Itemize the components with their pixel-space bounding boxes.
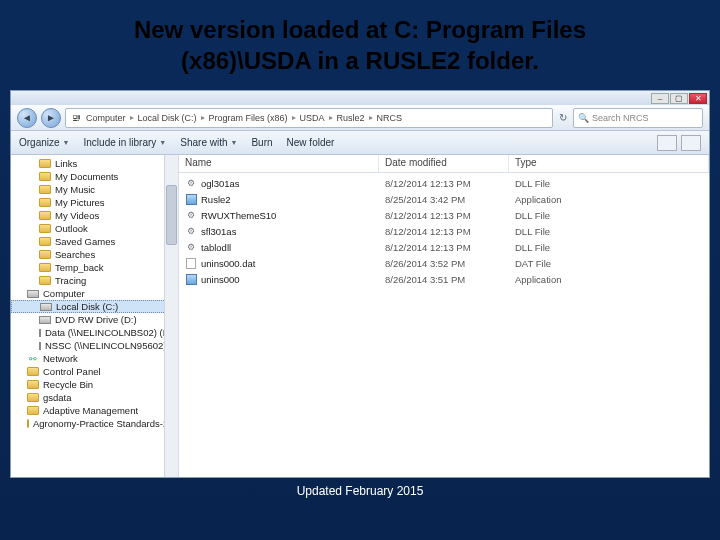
app-icon [185,274,197,285]
tree-item[interactable]: Agronomy-Practice Standards-2014-2015 [11,417,178,430]
tree-item-label: My Pictures [55,197,105,208]
tree-item[interactable]: Outlook [11,222,178,235]
drv-icon [39,342,41,350]
breadcrumb[interactable]: USDA [300,113,333,123]
close-button[interactable]: ✕ [689,93,707,104]
forward-button[interactable]: ► [41,108,61,128]
file-name: ogl301as [201,178,240,189]
tree-item[interactable]: Searches [11,248,178,261]
tree-item[interactable]: gsdata [11,391,178,404]
window-titlebar: – ▢ ✕ [11,91,709,105]
tree-item[interactable]: DVD RW Drive (D:) [11,313,178,326]
tree-item[interactable]: Saved Games [11,235,178,248]
fold-icon [27,406,39,415]
file-row[interactable]: ⚙ogl301as8/12/2014 12:13 PMDLL File [179,175,709,191]
refresh-button[interactable]: ↻ [557,112,569,123]
file-name: Rusle2 [201,194,231,205]
file-list-pane: Name Date modified Type ⚙ogl301as8/12/20… [179,155,709,477]
help-button[interactable] [681,135,701,151]
breadcrumb-box[interactable]: 🖳 Computer Local Disk (C:) Program Files… [65,108,553,128]
tree-item-label: Saved Games [55,236,115,247]
gear-icon: ⚙ [185,226,197,237]
tree-item-label: DVD RW Drive (D:) [55,314,137,325]
column-type[interactable]: Type [509,155,709,172]
column-name[interactable]: Name [179,155,379,172]
tree-item-label: Recycle Bin [43,379,93,390]
tree-item[interactable]: My Pictures [11,196,178,209]
burn-button[interactable]: Burn [251,137,272,148]
fold-icon [27,367,39,376]
tree-item[interactable]: NSSC (\\NELINCOLN95602) (S:) [11,339,178,352]
file-row[interactable]: unins000.dat8/26/2014 3:52 PMDAT File [179,255,709,271]
tree-scrollbar[interactable] [164,155,178,477]
search-input[interactable]: 🔍 Search NRCS [573,108,703,128]
file-row[interactable]: unins0008/26/2014 3:51 PMApplication [179,271,709,287]
tree-item-label: Agronomy-Practice Standards-2014-2015 [33,418,179,429]
tree-item-label: Links [55,158,77,169]
file-date: 8/12/2014 12:13 PM [379,178,509,189]
breadcrumb[interactable]: Local Disk (C:) [138,113,205,123]
back-button[interactable]: ◄ [17,108,37,128]
file-type: Application [509,274,709,285]
tree-item[interactable]: Tracing [11,274,178,287]
toolbar: Organize▼ Include in library▼ Share with… [11,131,709,155]
file-name: unins000.dat [201,258,255,269]
scrollbar-thumb[interactable] [166,185,177,245]
tree-item[interactable]: My Videos [11,209,178,222]
column-headers: Name Date modified Type [179,155,709,173]
tree-item-label: gsdata [43,392,72,403]
drv-icon [27,290,39,298]
tree-item[interactable]: Recycle Bin [11,378,178,391]
breadcrumb[interactable]: Computer [86,113,134,123]
fold-icon [39,224,51,233]
tree-item[interactable]: ⚯Network [11,352,178,365]
tree-item-label: My Music [55,184,95,195]
breadcrumb[interactable]: Program Files (x86) [209,113,296,123]
tree-item[interactable]: Adaptive Management [11,404,178,417]
file-row[interactable]: ⚙RWUXThemeS108/12/2014 12:13 PMDLL File [179,207,709,223]
organize-menu[interactable]: Organize▼ [19,137,70,148]
file-date: 8/12/2014 12:13 PM [379,226,509,237]
column-date[interactable]: Date modified [379,155,509,172]
fold-icon [39,250,51,259]
file-date: 8/12/2014 12:13 PM [379,242,509,253]
tree-item[interactable]: Data (\\NELINCOLNBS02) (F:) [11,326,178,339]
file-date: 8/25/2014 3:42 PM [379,194,509,205]
minimize-button[interactable]: – [651,93,669,104]
tree-item-label: Computer [43,288,85,299]
view-button[interactable] [657,135,677,151]
explorer-body: LinksMy DocumentsMy MusicMy PicturesMy V… [11,155,709,477]
fold-icon [27,393,39,402]
share-menu[interactable]: Share with▼ [180,137,237,148]
file-row[interactable]: Rusle28/25/2014 3:42 PMApplication [179,191,709,207]
app-icon [185,194,197,205]
tree-item[interactable]: My Documents [11,170,178,183]
fold-icon [27,419,29,428]
tree-item[interactable]: Links [11,157,178,170]
tree-item-label: NSSC (\\NELINCOLN95602) (S:) [45,340,179,351]
file-date: 8/12/2014 12:13 PM [379,210,509,221]
file-name: sfl301as [201,226,236,237]
address-bar: ◄ ► 🖳 Computer Local Disk (C:) Program F… [11,105,709,131]
file-type: DLL File [509,226,709,237]
breadcrumb[interactable]: NRCS [377,113,407,123]
tree-item[interactable]: Control Panel [11,365,178,378]
file-type: DLL File [509,210,709,221]
include-menu[interactable]: Include in library▼ [84,137,167,148]
tree-item[interactable]: My Music [11,183,178,196]
fold-icon [39,159,51,168]
explorer-window: – ▢ ✕ ◄ ► 🖳 Computer Local Disk (C:) Pro… [10,90,710,478]
tree-item[interactable]: Computer [11,287,178,300]
net-icon: ⚯ [27,353,39,364]
file-type: Application [509,194,709,205]
fold-icon [39,172,51,181]
computer-icon: 🖳 [70,112,82,123]
tree-item[interactable]: Local Disk (C:) [11,300,178,313]
file-row[interactable]: ⚙sfl301as8/12/2014 12:13 PMDLL File [179,223,709,239]
file-row[interactable]: ⚙tablodll8/12/2014 12:13 PMDLL File [179,239,709,255]
breadcrumb[interactable]: Rusle2 [337,113,373,123]
newfolder-button[interactable]: New folder [287,137,335,148]
maximize-button[interactable]: ▢ [670,93,688,104]
slide-title: New version loaded at C: Program Files (… [0,0,720,84]
tree-item[interactable]: Temp_back [11,261,178,274]
